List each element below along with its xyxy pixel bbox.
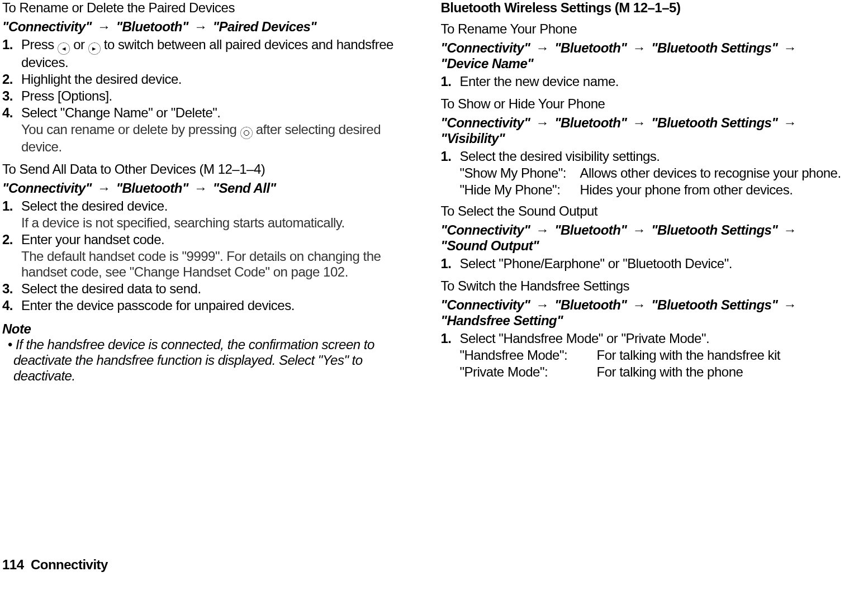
arrow-icon: → — [630, 222, 648, 238]
bc-part: "Connectivity" — [2, 19, 92, 34]
breadcrumb-device-name: "Connectivity" → "Bluetooth" → "Bluetoot… — [441, 40, 846, 72]
arrow-icon: → — [192, 19, 210, 35]
step-item: 1. Enter the new device name. — [441, 74, 846, 89]
bc-part: "Bluetooth" — [554, 297, 627, 312]
arrow-icon: → — [781, 297, 799, 313]
step-item: 1. Select "Handsfree Mode" or "Private M… — [441, 331, 846, 346]
bc-part: "Bluetooth Settings" — [651, 40, 777, 55]
step-item: 4. Enter the device passcode for unpaire… — [2, 298, 407, 313]
step-number: 4. — [2, 105, 21, 121]
step-text: Select "Phone/Earphone" or "Bluetooth De… — [460, 256, 846, 272]
step-number: 1. — [2, 198, 21, 214]
text-part: Press — [21, 37, 58, 52]
center-key-icon — [240, 127, 253, 139]
step-item: 2. Enter your handset code. The default … — [2, 232, 407, 280]
definition-row: "Hide My Phone": Hides your phone from o… — [441, 182, 846, 198]
bc-part: "Connectivity" — [441, 222, 530, 237]
step-text: Highlight the desired device. — [21, 72, 407, 87]
steps-visibility: 1. Select the desired visibility setting… — [441, 149, 846, 164]
step-number: 1. — [441, 74, 460, 89]
bc-part: "Bluetooth Settings" — [651, 222, 777, 237]
step-item: 1. Press ◂ or ▸ to switch between all pa… — [2, 37, 407, 70]
menu-index: (M 12–1–5) — [615, 0, 681, 15]
heading-text: To Send All Data to Other Devices — [2, 161, 200, 177]
bc-part: "Bluetooth" — [554, 40, 627, 55]
step-subtext: If a device is not specified, searching … — [21, 215, 407, 231]
definition-row: "Private Mode": For talking with the pho… — [441, 364, 846, 380]
note-heading: Note — [2, 321, 407, 337]
text-part: or — [70, 37, 88, 52]
breadcrumb-handsfree: "Connectivity" → "Bluetooth" → "Bluetoot… — [441, 297, 846, 328]
heading-text: Bluetooth Wireless Settings — [441, 0, 615, 15]
step-text: Select "Handsfree Mode" or "Private Mode… — [460, 331, 846, 346]
bc-part: "Paired Devices" — [213, 19, 317, 34]
step-text: Select the desired visibility settings. — [460, 149, 846, 164]
breadcrumb-paired-devices: "Connectivity" → "Bluetooth" → "Paired D… — [2, 19, 407, 35]
page-footer: 114 Connectivity — [2, 557, 108, 573]
step-number: 3. — [2, 281, 21, 297]
bc-part: "Bluetooth" — [554, 222, 627, 237]
step-text: Enter the new device name. — [460, 74, 846, 89]
right-key-icon: ▸ — [88, 42, 101, 55]
step-text: Enter the device passcode for unpaired d… — [21, 298, 407, 313]
text-part: You can rename or delete by pressing — [21, 122, 240, 137]
bc-part: "Connectivity" — [2, 180, 92, 196]
step-subtext: You can rename or delete by pressing aft… — [21, 122, 407, 155]
arrow-icon: → — [95, 19, 113, 35]
def-term-hide-phone: "Hide My Phone": — [460, 182, 580, 198]
bc-part: "Connectivity" — [441, 40, 530, 55]
subheading-sound-output: To Select the Sound Output — [441, 203, 846, 219]
breadcrumb-sound-output: "Connectivity" → "Bluetooth" → "Bluetoot… — [441, 222, 846, 254]
bc-part: "Bluetooth Settings" — [651, 297, 777, 312]
heading-send-all: To Send All Data to Other Devices (M 12–… — [2, 161, 407, 177]
bc-part: "Visibility" — [441, 131, 505, 146]
arrow-icon: → — [630, 40, 648, 56]
def-term-handsfree-mode: "Handsfree Mode": — [460, 347, 597, 363]
def-term-show-phone: "Show My Phone": — [460, 165, 580, 181]
step-number: 1. — [441, 256, 460, 272]
step-item: 4. Select "Change Name" or "Delete". You… — [2, 105, 407, 155]
step-text: Press ◂ or ▸ to switch between all paire… — [21, 37, 407, 70]
heading-bt-settings: Bluetooth Wireless Settings (M 12–1–5) — [441, 0, 846, 16]
step-number: 1. — [2, 37, 21, 53]
bc-part: "Handsfree Setting" — [441, 313, 563, 328]
bc-part: "Connectivity" — [441, 297, 530, 312]
bc-part: "Sound Output" — [441, 238, 539, 253]
step-item: 3. Press [Options]. — [2, 88, 407, 104]
arrow-icon: → — [781, 222, 799, 238]
menu-index: (M 12–1–4) — [200, 161, 265, 177]
step-item: 1. Select the desired device. If a devic… — [2, 198, 407, 231]
arrow-icon: → — [781, 40, 799, 56]
bc-part: "Device Name" — [441, 56, 534, 71]
step-number: 2. — [2, 232, 21, 247]
subheading-rename-phone: To Rename Your Phone — [441, 21, 846, 37]
bc-part: "Bluetooth" — [554, 115, 627, 130]
bc-part: "Send All" — [213, 180, 276, 196]
arrow-icon: → — [533, 297, 551, 313]
step-item: 3. Select the desired data to send. — [2, 281, 407, 297]
arrow-icon: → — [533, 40, 551, 56]
steps-send-all: 1. Select the desired device. If a devic… — [2, 198, 407, 313]
step-number: 1. — [441, 331, 460, 346]
arrow-icon: → — [533, 115, 551, 131]
steps-sound-output: 1. Select "Phone/Earphone" or "Bluetooth… — [441, 256, 846, 272]
def-desc-handsfree-mode: For talking with the handsfree kit — [597, 347, 846, 363]
step-item: 1. Select the desired visibility setting… — [441, 149, 846, 164]
footer-section: Connectivity — [31, 557, 108, 572]
arrow-icon: → — [533, 222, 551, 238]
def-term-private-mode: "Private Mode": — [460, 364, 597, 380]
definition-row: "Show My Phone": Allows other devices to… — [441, 165, 846, 181]
bc-part: "Connectivity" — [441, 115, 530, 130]
step-text: Select the desired device. If a device i… — [21, 198, 407, 231]
definition-row: "Handsfree Mode": For talking with the h… — [441, 347, 846, 363]
right-column: Bluetooth Wireless Settings (M 12–1–5) T… — [441, 0, 846, 573]
step-subtext: The default handset code is "9999". For … — [21, 249, 407, 280]
bc-part: "Bluetooth" — [116, 19, 188, 34]
step-item: 1. Select "Phone/Earphone" or "Bluetooth… — [441, 256, 846, 272]
arrow-icon: → — [95, 180, 113, 196]
bc-part: "Bluetooth Settings" — [651, 115, 777, 130]
def-desc-private-mode: For talking with the phone — [597, 364, 846, 380]
def-desc-hide-phone: Hides your phone from other devices. — [580, 182, 846, 198]
breadcrumb-send-all: "Connectivity" → "Bluetooth" → "Send All… — [2, 180, 407, 196]
step-text: Select the desired data to send. — [21, 281, 407, 297]
